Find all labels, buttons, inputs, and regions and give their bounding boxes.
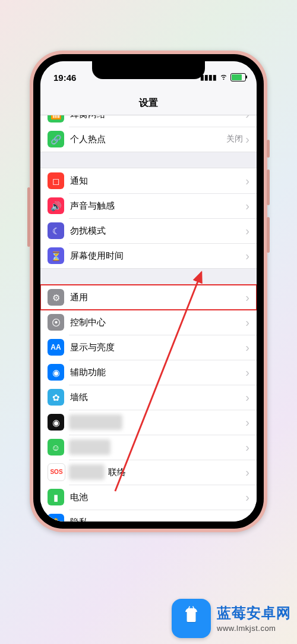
- chevron-right-icon: ›: [245, 316, 257, 328]
- row-sounds[interactable]: 🔊声音与触感›: [40, 193, 257, 218]
- redacted-label: [69, 439, 110, 455]
- row-label: 墙纸: [70, 392, 245, 403]
- row-label: 电池: [70, 492, 245, 503]
- row-label: 通用: [70, 292, 245, 303]
- page-title: 设置: [139, 97, 158, 109]
- row-label: 通知: [70, 175, 245, 187]
- chevron-right-icon: ›: [245, 491, 257, 503]
- text-size-icon: AA: [48, 339, 64, 356]
- volume-up-button: [267, 169, 270, 205]
- row-display[interactable]: AA显示与亮度›: [40, 335, 257, 360]
- nav-bar: 设置: [40, 91, 257, 115]
- hand-icon: ✋: [48, 514, 64, 522]
- face-icon: ☺: [48, 439, 64, 455]
- gear-icon: ⚙: [48, 289, 64, 306]
- wifi-icon: [219, 72, 228, 83]
- chevron-right-icon: ›: [245, 366, 257, 378]
- row-label: 声音与触感: [70, 200, 245, 212]
- chevron-right-icon: ›: [245, 441, 257, 453]
- row-label: 个人热点: [70, 134, 226, 145]
- phone-screen: 19:46 ▮▮▮▮ 设置 📶蜂窝网络›🔗个人热点关闭›◻︎通知›🔊声音与触感›…: [40, 61, 257, 522]
- chevron-right-icon: ›: [245, 341, 257, 353]
- bell-icon: ◻︎: [48, 172, 64, 189]
- speaker-icon: 🔊: [48, 197, 64, 214]
- row-screentime[interactable]: ⏳屏幕使用时间›: [40, 243, 257, 268]
- row-notifications[interactable]: ◻︎通知›: [40, 168, 257, 193]
- chevron-right-icon: ›: [245, 416, 257, 428]
- row-wallpaper[interactable]: ✿墙纸›: [40, 385, 257, 410]
- battery-icon: ▮: [48, 489, 64, 505]
- chevron-right-icon: ›: [245, 516, 257, 522]
- hourglass-icon: ⏳: [48, 247, 64, 264]
- redacted-label: [69, 414, 122, 430]
- row-cellular[interactable]: 📶蜂窝网络›: [40, 115, 257, 127]
- row-dnd[interactable]: ☾勿扰模式›: [40, 218, 257, 243]
- row-siri[interactable]: ◉›: [40, 410, 257, 435]
- toggles-icon: ⦿: [48, 314, 64, 331]
- android-icon: [179, 604, 203, 633]
- row-detail: 关闭: [226, 134, 243, 144]
- row-faceid[interactable]: ☺›: [40, 435, 257, 460]
- row-control[interactable]: ⦿控制中心›: [40, 310, 257, 335]
- row-label: 蜂窝网络: [70, 115, 245, 120]
- watermark-url: www.lmkjst.com: [217, 623, 291, 634]
- siri-icon: ◉: [48, 414, 64, 431]
- chevron-right-icon: ›: [245, 291, 257, 303]
- status-time: 19:46: [53, 73, 76, 83]
- notch: [92, 61, 205, 79]
- row-label: 控制中心: [70, 317, 245, 328]
- row-sos[interactable]: SOS联络›: [40, 460, 257, 485]
- chevron-right-icon: ›: [245, 133, 257, 145]
- watermark: 蓝莓安卓网 www.lmkjst.com: [172, 599, 291, 638]
- row-label: 辅助功能: [70, 367, 245, 378]
- moon-icon: ☾: [48, 222, 64, 239]
- chevron-right-icon: ›: [245, 175, 257, 187]
- flower-icon: ✿: [48, 389, 64, 406]
- settings-list[interactable]: 📶蜂窝网络›🔗个人热点关闭›◻︎通知›🔊声音与触感›☾勿扰模式›⏳屏幕使用时间›…: [40, 115, 257, 522]
- chevron-right-icon: ›: [245, 200, 257, 212]
- row-general[interactable]: ⚙通用›: [40, 285, 257, 310]
- sos-icon: SOS: [48, 463, 65, 481]
- chevron-right-icon: ›: [245, 391, 257, 403]
- power-button: [27, 187, 30, 247]
- antenna-icon: 📶: [48, 115, 64, 122]
- silence-switch: [267, 140, 270, 158]
- phone-frame: 19:46 ▮▮▮▮ 设置 📶蜂窝网络›🔗个人热点关闭›◻︎通知›🔊声音与触感›…: [30, 51, 267, 532]
- watermark-logo: [172, 599, 211, 638]
- chevron-right-icon: ›: [245, 250, 257, 262]
- redacted-label: [69, 464, 105, 480]
- row-battery[interactable]: ▮电池›: [40, 485, 257, 510]
- row-label: 隐私: [70, 517, 245, 522]
- volume-down-button: [267, 217, 270, 253]
- row-label: 勿扰模式: [70, 225, 245, 237]
- battery-icon: [230, 73, 246, 81]
- accessibility-icon: ◉: [48, 364, 64, 381]
- row-privacy[interactable]: ✋隐私›: [40, 510, 257, 522]
- row-label: 屏幕使用时间: [70, 250, 245, 262]
- row-accessibility[interactable]: ◉辅助功能›: [40, 360, 257, 385]
- row-hotspot[interactable]: 🔗个人热点关闭›: [40, 127, 257, 152]
- chevron-right-icon: ›: [245, 225, 257, 237]
- watermark-title: 蓝莓安卓网: [217, 603, 291, 623]
- link-icon: 🔗: [48, 131, 64, 147]
- chevron-right-icon: ›: [245, 466, 257, 478]
- chevron-right-icon: ›: [245, 115, 257, 120]
- row-label: 显示与亮度: [70, 342, 245, 353]
